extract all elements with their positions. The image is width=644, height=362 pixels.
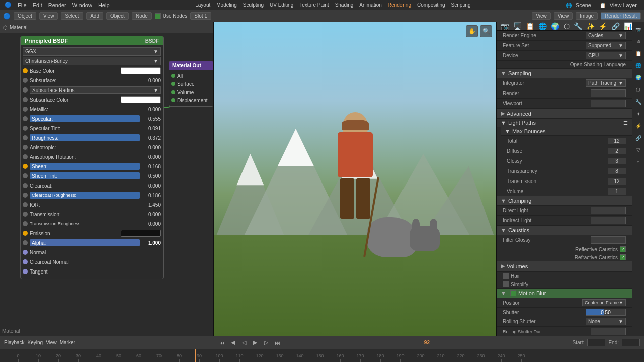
world-props-icon[interactable]: 🌍 — [551, 22, 559, 30]
header-view3[interactable]: View — [554, 12, 573, 20]
modifier-props-icon[interactable]: 🔧 — [574, 22, 582, 30]
object-constraint-tab[interactable]: 🔗 — [633, 133, 643, 143]
workspace-rendering[interactable]: Rendering — [385, 2, 414, 8]
bounce-val-transmission[interactable] — [608, 178, 626, 185]
advanced-section-header[interactable]: ▶ Advanced — [497, 109, 632, 119]
integrator-dropdown[interactable]: Path Tracing▼ — [586, 79, 626, 87]
position-dropdown[interactable]: Center on Frame▼ — [582, 299, 626, 306]
workspace-layout[interactable]: Layout — [193, 2, 213, 8]
specular-slider[interactable]: Specular: — [30, 115, 140, 122]
refractive-caustics-checkbox[interactable] — [620, 254, 626, 260]
bounce-val-diffuse[interactable] — [608, 148, 626, 154]
roughness-slider[interactable]: Roughness: — [30, 134, 140, 141]
bounce-val-glossy[interactable] — [608, 158, 626, 164]
output-props-tab[interactable]: 🖥 — [633, 36, 643, 46]
jump-end-btn[interactable]: ⏭ — [273, 339, 281, 347]
workspace-sculpting[interactable]: Sculpting — [240, 2, 266, 8]
distribution-dropdown[interactable]: GGX▼ — [23, 47, 161, 56]
emission-color-swatch[interactable] — [121, 230, 161, 237]
header-object[interactable]: Object — [14, 12, 36, 20]
device-dropdown[interactable]: CPU▼ — [586, 52, 626, 59]
view-layer-props-icon[interactable]: 📋 — [526, 22, 534, 30]
timeline-ruler[interactable]: 0102030405060708090100110120130140150160… — [0, 349, 644, 362]
indirect-light-input[interactable]: 10.00 — [591, 217, 626, 224]
motion-blur-checkbox[interactable] — [510, 290, 516, 296]
object-props-icon[interactable]: ⬡ — [564, 22, 570, 30]
viewport-samples-input[interactable]: 300 — [591, 100, 626, 107]
physics-props-icon[interactable]: ⚡ — [599, 22, 607, 30]
blender-logo[interactable]: 🔵 — [2, 1, 14, 9]
viewport-hand-btn[interactable]: ✋ — [466, 25, 478, 37]
use-nodes-checkbox[interactable]: Use Nodes — [155, 13, 187, 19]
header-add[interactable]: Add — [86, 12, 103, 20]
menu-edit[interactable]: Edit — [30, 2, 45, 9]
workspace-texture-paint[interactable]: Texture Paint — [297, 2, 331, 8]
render-samples-input[interactable]: 3000 — [591, 89, 626, 97]
subsurface-color-swatch[interactable] — [121, 96, 161, 103]
material-output-header[interactable]: Material Out — [169, 61, 213, 70]
clamping-section-header[interactable]: ▼ Clamping — [497, 196, 632, 206]
scene-dropdown[interactable]: 🌐 Scene — [563, 2, 596, 9]
render-props-tab[interactable]: 📷 — [633, 24, 643, 34]
constraints-props-icon[interactable]: 🔗 — [611, 22, 620, 30]
render-props-icon[interactable]: 📷 — [501, 22, 509, 30]
header-select[interactable]: Select — [61, 12, 83, 20]
center-viewport[interactable]: ✋ 🔍 — [214, 22, 496, 336]
bounce-val-volume[interactable] — [608, 188, 626, 195]
sheen-tint-slider[interactable]: Sheen Tint: — [30, 172, 140, 179]
header-node[interactable]: Node — [132, 12, 152, 20]
alpha-slider[interactable]: Alpha: — [30, 239, 140, 246]
render-engine-dropdown[interactable]: Cycles▼ — [586, 32, 626, 39]
scene-tab[interactable]: 🌐 — [633, 60, 643, 70]
viewport-zoom-btn[interactable]: 🔍 — [480, 25, 492, 37]
particles-tab[interactable]: ✦ — [633, 109, 643, 119]
timeline-keying[interactable]: Keying — [28, 340, 43, 345]
caustics-section-header[interactable]: ▼ Caustics — [497, 226, 632, 235]
base-color-swatch[interactable] — [121, 67, 161, 74]
workspace-uv-editing[interactable]: UV Editing — [267, 2, 296, 8]
object-tab[interactable]: ⬡ — [633, 84, 643, 95]
feature-set-dropdown[interactable]: Supported▼ — [586, 42, 626, 49]
hair-checkbox[interactable] — [503, 273, 509, 279]
reflective-caustics-checkbox[interactable] — [620, 246, 626, 252]
play-back-btn[interactable]: ◁ — [240, 339, 248, 347]
timeline-view[interactable]: View — [46, 340, 57, 345]
clearcoat-roughness-slider[interactable]: Clearcoat Roughness: — [30, 192, 140, 199]
rolling-shutter-dur-input[interactable]: 0.10 — [591, 328, 626, 335]
header-view[interactable]: View — [39, 12, 58, 20]
rolling-shutter-dropdown[interactable]: None▼ — [586, 318, 626, 325]
jump-start-btn[interactable]: ⏮ — [218, 339, 226, 347]
shutter-slider[interactable]: 0.50 — [586, 309, 626, 316]
modifier-tab[interactable]: 🔧 — [633, 97, 643, 107]
start-frame-input[interactable]: 10 — [587, 339, 605, 346]
simplify-checkbox[interactable] — [503, 281, 509, 287]
workspace-animation[interactable]: Animation — [357, 2, 384, 8]
scene-props-icon[interactable]: 🌐 — [538, 22, 547, 30]
menu-file[interactable]: File — [15, 2, 29, 9]
max-bounces-header[interactable]: ▼ Max Bounces — [501, 127, 632, 136]
motion-blur-section-header[interactable]: ▼ Motion Blur — [497, 289, 632, 298]
direct-light-input[interactable]: 0.00 — [591, 207, 626, 214]
end-frame-input[interactable]: 250 — [622, 339, 640, 346]
output-props-icon[interactable]: 🖥️ — [513, 22, 522, 30]
subsurface-method-dropdown[interactable]: Christansen-Burley▼ — [23, 57, 161, 65]
data-props-icon[interactable]: 📊 — [624, 22, 632, 30]
header-image[interactable]: Image — [576, 12, 598, 20]
timeline-playback[interactable]: Playback — [4, 340, 25, 345]
header-view2[interactable]: View — [532, 12, 551, 20]
workspace-add[interactable]: + — [474, 2, 482, 8]
volumes-section-header[interactable]: ▶ Volumes — [497, 261, 632, 272]
material-tab[interactable]: ○ — [633, 157, 643, 167]
world-tab[interactable]: 🌍 — [633, 72, 643, 82]
physics-tab[interactable]: ⚡ — [633, 121, 643, 131]
workspace-scripting[interactable]: Scripting — [449, 2, 473, 8]
render-result-btn[interactable]: Render Result — [601, 12, 641, 20]
menu-window[interactable]: Window — [70, 2, 95, 9]
view-layer-dropdown[interactable]: 📋 View Layer — [597, 2, 642, 9]
slot-dropdown[interactable]: Slot 1 — [190, 12, 211, 20]
step-fwd-btn[interactable]: ▷ — [262, 339, 270, 347]
sheen-slider[interactable]: Sheen: — [30, 163, 140, 170]
workspace-compositing[interactable]: Compositing — [415, 2, 448, 8]
menu-help[interactable]: Help — [96, 2, 112, 9]
filter-glossy-input[interactable]: 1.00 — [591, 236, 626, 244]
